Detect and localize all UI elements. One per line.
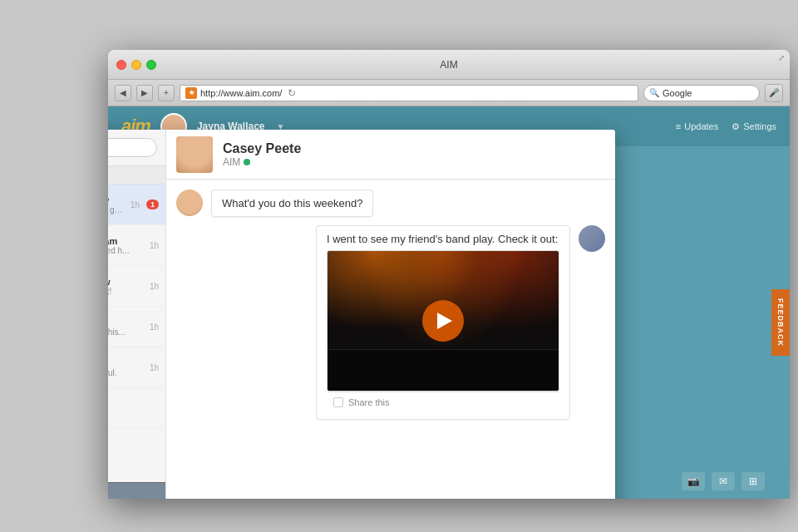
itsdarien-name: ItsDarien <box>108 403 159 413</box>
updates-label: Updates <box>684 121 718 131</box>
browser-titlebar: AIM ⤢ <box>108 50 790 80</box>
browser-title: AIM <box>440 59 457 71</box>
alex-time: 1h <box>150 363 159 372</box>
aim-bottom-icons: 📷 ✉ ⊞ <box>682 472 765 490</box>
resize-icon: ⤢ <box>778 53 785 62</box>
chat-header: Casey Peete AIM <box>166 130 615 180</box>
search-glass-icon: 🔍 <box>649 88 659 97</box>
casey-time: 1h <box>150 323 159 332</box>
itsdarien-info: ItsDarien <box>108 403 159 413</box>
lunch-crew-preview: Where should we go... <box>108 205 124 214</box>
feedback-label: FEEDBACK <box>776 298 785 347</box>
grid-icon-btn[interactable]: ⊞ <box>741 472 765 490</box>
aim-updates-button[interactable]: ≡ Updates <box>676 121 718 131</box>
updates-icon: ≡ <box>676 121 681 131</box>
internet-andrew-preview: ↵ I can't believe it! <box>108 287 135 296</box>
chat-item-alex[interactable]: Alex White ↵ I smell wonderful. 1h <box>108 347 165 388</box>
sidebar: 🔍 Start or find a chat RECENT CHATS 👥 👥 <box>108 130 166 499</box>
alex-name: Alex White <box>108 358 143 368</box>
camera-icon-btn[interactable]: 📷 <box>682 472 705 490</box>
outgoing-bubble: I went to see my friend's band play. Che… <box>316 225 570 420</box>
url-bar[interactable]: ★ http://www.aim.com/ ↻ <box>180 85 638 101</box>
browser-toolbar: ◀ ▶ + ★ http://www.aim.com/ ↻ 🔍 Google 🎤 <box>108 80 790 106</box>
casey-name: Casey Peete <box>108 318 143 328</box>
share-label: Share this <box>348 397 390 407</box>
chat-header-info: Casey Peete AIM <box>223 141 605 168</box>
favorites-section[interactable]: FAVORITES <box>108 482 165 499</box>
search-bar[interactable]: 🔍 Google <box>643 85 760 101</box>
incoming-avatar <box>176 190 203 216</box>
back-button[interactable]: ◀ <box>115 85 131 101</box>
share-checkbox <box>333 397 343 407</box>
video-embed[interactable] <box>327 250 559 392</box>
lunch-crew-info: 👥 Lunch Crew Where should we go... <box>108 195 124 214</box>
outgoing-message-row: I went to see my friend's band play. Che… <box>316 225 605 420</box>
chat-header-status: AIM <box>223 156 605 168</box>
alex-info: Alex White ↵ I smell wonderful. <box>108 358 143 377</box>
aim-settings-button[interactable]: ⚙ Settings <box>732 121 776 132</box>
alex-preview: ↵ I smell wonderful. <box>108 368 135 377</box>
settings-label: Settings <box>743 121 776 131</box>
chat-header-avatar <box>176 136 213 173</box>
incoming-message-row: What'd you do this weekend? <box>176 190 605 217</box>
chat-item-kickball[interactable]: 👥 👥 Kickball Team what just happened h..… <box>108 225 165 266</box>
chat-overlay: 🔍 Start or find a chat RECENT CHATS 👥 👥 <box>108 130 615 499</box>
camera-button[interactable]: 🎤 <box>765 84 783 102</box>
lunch-crew-name: 👥 Lunch Crew <box>108 195 124 205</box>
close-button[interactable] <box>116 60 126 70</box>
chat-list: 👥 👥 Lunch Crew Where should we go... 1h … <box>108 185 165 482</box>
kickball-preview: what just happened h... <box>108 246 135 255</box>
online-indicator <box>244 159 250 165</box>
chat-header-name: Casey Peete <box>223 141 605 156</box>
kickball-time: 1h <box>150 241 159 250</box>
forward-button[interactable]: ▶ <box>136 85 153 101</box>
favicon: ★ <box>185 87 197 99</box>
contact-status-text: AIM <box>223 156 240 168</box>
refresh-button[interactable]: ↻ <box>285 86 298 100</box>
mail-icon-btn[interactable]: ✉ <box>712 472 735 490</box>
chat-messages: What'd you do this weekend? I went to se… <box>166 180 615 499</box>
share-bar[interactable]: Share this <box>327 392 559 412</box>
chat-item-casey[interactable]: Casey Peete ↵ what'd you do this... 1h <box>108 307 165 347</box>
feedback-tab[interactable]: FEEDBACK <box>771 289 790 356</box>
internet-andrew-info: InternetAndrew ↵ I can't believe it! <box>108 277 143 296</box>
casey-preview: ↵ what'd you do this... <box>108 328 135 337</box>
search-placeholder: Google <box>663 88 692 98</box>
lunch-crew-badge: 1 <box>146 200 159 209</box>
browser-content: aim Jayna Wallace ▼ ≡ Updates ⚙ Settings… <box>108 106 790 499</box>
outgoing-avatar <box>579 225 605 252</box>
kickball-name: 👥 Kickball Team <box>108 236 143 246</box>
play-triangle <box>437 313 452 329</box>
minimize-button[interactable] <box>131 60 141 70</box>
aim-right-controls: ≡ Updates ⚙ Settings <box>676 121 776 132</box>
sidebar-search-area: 🔍 Start or find a chat <box>108 130 165 166</box>
lunch-crew-time: 1h <box>131 200 140 209</box>
chat-item-internet-andrew[interactable]: InternetAndrew ↵ I can't believe it! 1h <box>108 266 165 307</box>
play-button[interactable] <box>422 300 464 342</box>
search-input-wrap[interactable]: 🔍 Start or find a chat <box>108 138 157 157</box>
chat-panel: Casey Peete AIM What'd you do this weeke… <box>166 130 615 499</box>
kickball-info: 👥 Kickball Team what just happened h... <box>108 236 143 255</box>
incoming-bubble: What'd you do this weekend? <box>211 190 373 217</box>
chat-item-itsdarien[interactable]: ItsDarien <box>108 388 165 429</box>
browser-window: AIM ⤢ ◀ ▶ + ★ http://www.aim.com/ ↻ 🔍 Go… <box>108 50 790 499</box>
internet-andrew-time: 1h <box>150 282 159 291</box>
url-text: http://www.aim.com/ <box>200 88 282 98</box>
video-crowd <box>328 349 559 391</box>
recent-chats-header: RECENT CHATS <box>108 166 165 185</box>
chat-item-lunch-crew[interactable]: 👥 👥 Lunch Crew Where should we go... 1h … <box>108 185 165 225</box>
settings-icon: ⚙ <box>732 121 740 132</box>
add-tab-button[interactable]: + <box>158 85 175 101</box>
maximize-button[interactable] <box>146 60 156 70</box>
casey-info: Casey Peete ↵ what'd you do this... <box>108 318 143 337</box>
internet-andrew-name: InternetAndrew <box>108 277 143 287</box>
